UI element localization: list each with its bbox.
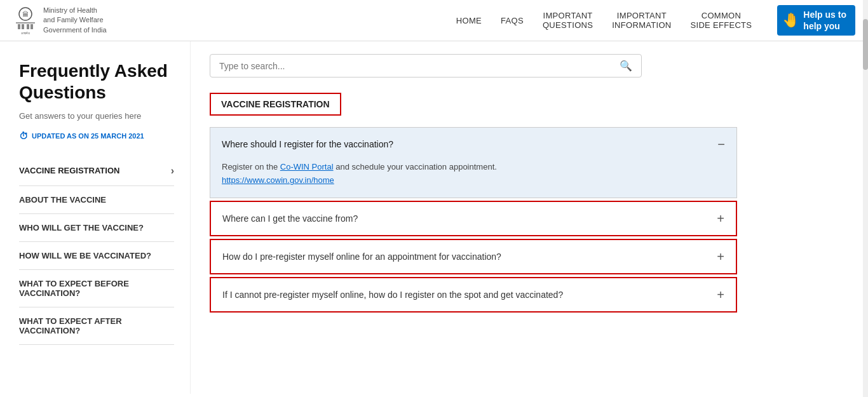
sidebar-item-what-to-expect-before[interactable]: WHAT TO EXPECT BEFORE VACCINATION? — [19, 270, 174, 307]
faq-toggle-4[interactable]: + — [717, 288, 724, 301]
faq-question-3: How do I pre-register myself online for … — [222, 252, 709, 262]
sidebar-menu: VACCINE REGISTRATION › ABOUT THE VACCINE… — [19, 156, 174, 345]
svg-rect-5 — [27, 24, 29, 29]
page-title: Frequently Asked Questions — [19, 60, 174, 103]
svg-rect-3 — [18, 24, 20, 29]
search-input[interactable] — [219, 61, 620, 71]
faq-header-2[interactable]: Where can I get the vaccine from? + — [211, 202, 736, 235]
faq-header-3[interactable]: How do I pre-register myself online for … — [211, 240, 736, 273]
faq-item-3: How do I pre-register myself online for … — [210, 239, 737, 274]
nav-important-questions[interactable]: IMPORTANTQUESTIONS — [543, 11, 593, 30]
hand-icon: 🤚 — [782, 12, 799, 29]
help-button[interactable]: 🤚 Help us tohelp you — [777, 5, 855, 36]
content-area: 🔍 VACCINE REGISTRATION Where should I re… — [191, 41, 763, 394]
faq-item-4: If I cannot pre-register myself online, … — [210, 277, 737, 313]
nav-common-side-effects[interactable]: COMMONSIDE EFFECTS — [691, 11, 752, 30]
main-container: Frequently Asked Questions Get answers t… — [0, 41, 868, 394]
cowin-portal-link[interactable]: Co-WIN Portal — [280, 162, 334, 172]
updated-badge: ⏱ UPDATED AS ON 25 MARCH 2021 — [19, 131, 174, 141]
faq-header-4[interactable]: If I cannot pre-register myself online, … — [211, 278, 736, 311]
nav-home[interactable]: HOME — [456, 16, 482, 25]
faq-toggle-1[interactable]: − — [717, 138, 725, 151]
faq-question-2: Where can I get the vaccine from? — [222, 213, 709, 224]
page-subtitle: Get answers to your queries here — [19, 111, 174, 121]
clock-icon: ⏱ — [19, 131, 28, 141]
faq-toggle-3[interactable]: + — [717, 250, 724, 263]
faq-item-2: Where can I get the vaccine from? + — [210, 201, 737, 236]
faq-question-4: If I cannot pre-register myself online, … — [222, 290, 709, 300]
faq-list: Where should I register for the vaccinat… — [210, 127, 737, 315]
sidebar-item-vaccine-registration[interactable]: VACCINE REGISTRATION › — [19, 156, 174, 186]
sidebar-item-what-to-expect-after[interactable]: WHAT TO EXPECT AFTER VACCINATION? — [19, 307, 174, 345]
chevron-right-icon: › — [171, 165, 174, 177]
scrollbar-track — [863, 0, 868, 394]
faq-answer-1: Register on the Co-WIN Portal and schedu… — [210, 161, 736, 198]
logo-text: Ministry of Health and Family Welfare Go… — [43, 6, 107, 35]
sidebar-item-how-vaccinated[interactable]: HOW WILL WE BE VACCINATED? — [19, 242, 174, 270]
scrollbar-thumb[interactable] — [863, 19, 868, 70]
sidebar: Frequently Asked Questions Get answers t… — [0, 41, 191, 394]
section-title: VACCINE REGISTRATION — [210, 93, 341, 116]
header: 🏛 अश्वमेध Ministry of Health and Family … — [0, 0, 868, 41]
main-nav: HOME FAQs IMPORTANTQUESTIONS IMPORTANTIN… — [456, 5, 855, 36]
search-container: 🔍 — [210, 54, 737, 77]
sidebar-item-about-vaccine[interactable]: ABOUT THE VACCINE — [19, 186, 174, 214]
help-button-label: Help us tohelp you — [803, 9, 846, 32]
faq-toggle-2[interactable]: + — [717, 212, 724, 225]
svg-text:🏛: 🏛 — [22, 11, 29, 18]
logo: 🏛 अश्वमेध Ministry of Health and Family … — [13, 5, 107, 36]
faq-item-1: Where should I register for the vaccinat… — [210, 127, 737, 198]
svg-rect-6 — [31, 24, 33, 29]
nav-faqs[interactable]: FAQs — [501, 16, 524, 25]
faq-question-1: Where should I register for the vaccinat… — [222, 139, 710, 149]
emblem-icon: 🏛 अश्वमेध — [13, 5, 38, 36]
sidebar-item-who-will-get[interactable]: WHO WILL GET THE VACCINE? — [19, 214, 174, 242]
svg-rect-4 — [22, 24, 24, 29]
faq-header-1[interactable]: Where should I register for the vaccinat… — [210, 128, 736, 161]
cowin-url-link[interactable]: https://www.cowin.gov.in/home — [222, 175, 334, 185]
search-icon: 🔍 — [620, 60, 632, 72]
search-box: 🔍 — [210, 54, 642, 77]
nav-important-information[interactable]: IMPORTANTINFORMATION — [612, 11, 671, 30]
svg-text:अश्वमेध: अश्वमेध — [21, 31, 31, 35]
